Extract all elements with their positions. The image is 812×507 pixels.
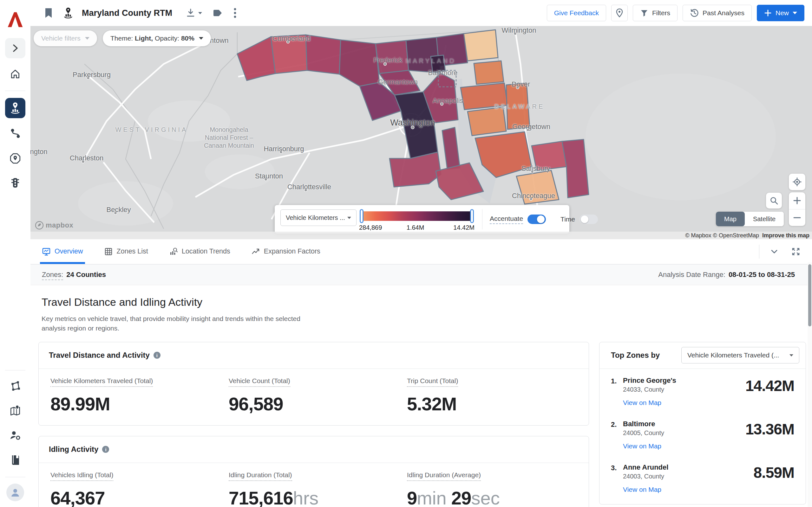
new-button[interactable]: New	[757, 5, 804, 21]
theme-opacity-pill[interactable]: Theme: Light, Opacity: 80%	[103, 31, 211, 46]
legend-metric-label: Vehicle Kilometers ...	[286, 214, 345, 222]
brand-logo[interactable]	[7, 9, 24, 30]
view-on-map-link[interactable]: View on Map	[623, 442, 661, 450]
attribution-text[interactable]: © Mapbox © OpenStreetMap	[685, 232, 759, 239]
sidebar-item-home[interactable]	[5, 65, 26, 83]
metric-trip-count: Trip Count (Total) 5.32M	[407, 377, 585, 414]
chart-search-icon	[169, 247, 178, 256]
give-feedback-button[interactable]: Give Feedback	[547, 5, 606, 21]
tab-expansion-factors[interactable]: Expansion Factors	[249, 239, 322, 264]
county-polygon[interactable]	[506, 83, 530, 129]
time-toggle[interactable]	[579, 215, 598, 224]
topbar-right: Give Feedback Filters	[547, 5, 804, 21]
map-style-map[interactable]: Map	[716, 212, 745, 226]
tab-overview[interactable]: Overview	[40, 239, 85, 264]
mapbox-logo[interactable]: mapbox	[35, 221, 73, 230]
metric-label[interactable]: Vehicles Idling (Total)	[50, 471, 113, 481]
county-polygon[interactable]	[474, 61, 504, 84]
locate-button[interactable]	[789, 174, 805, 190]
legend-min-value: 284,869	[359, 224, 382, 231]
county-polygon[interactable]	[375, 41, 409, 73]
filters-button[interactable]: Filters	[633, 5, 677, 21]
metric-label[interactable]: Idling Duration (Total)	[229, 471, 292, 481]
map-search-button[interactable]	[766, 193, 782, 209]
sidebar-item-traffic[interactable]	[5, 174, 26, 192]
county-polygon[interactable]	[431, 55, 445, 72]
theme-label: Theme: Light, Opacity: 80%	[110, 35, 194, 42]
analysis-info-bar: Zones:24 Counties Analysis Date Range:08…	[31, 265, 812, 285]
time-label: Time	[560, 216, 575, 223]
county-polygon[interactable]	[464, 30, 498, 61]
expand-panel-button[interactable]	[789, 245, 803, 258]
sidebar-item-map-explore[interactable]	[5, 401, 26, 420]
county-polygon[interactable]	[467, 107, 506, 135]
zoom-in-button[interactable]	[789, 192, 805, 210]
zone-item-3: 3. Anne Arundel 24003, County View on Ma…	[611, 463, 794, 493]
metric-label[interactable]: Trip Count (Total)	[407, 377, 458, 387]
user-avatar[interactable]	[6, 484, 24, 501]
idling-metrics-row: Vehicles Idling (Total) 64,367 Idling Du…	[39, 463, 589, 507]
metric-label[interactable]: Vehicle Count (Total)	[229, 377, 290, 387]
zone-rank: 1.	[611, 377, 623, 406]
legend-min-handle[interactable]	[360, 209, 363, 223]
travel-card-header: Travel Distance and Activity i	[39, 342, 589, 369]
sidebar-divider	[5, 91, 26, 91]
vertical-scrollbar[interactable]	[808, 262, 812, 507]
travel-metrics-row: Vehicle Kilometers Traveled (Total) 89.9…	[39, 369, 589, 425]
county-polygon[interactable]	[461, 83, 507, 110]
view-on-map-link[interactable]: View on Map	[623, 399, 661, 406]
tab-zones-list[interactable]: Zones List	[102, 239, 150, 264]
info-icon[interactable]: i	[102, 446, 109, 453]
polygon-draw-icon	[9, 380, 21, 392]
panel-tabs: Overview Zones List Location Trends	[31, 239, 812, 265]
tag-button[interactable]	[211, 7, 224, 19]
zone-name: Baltimore	[623, 420, 745, 428]
bookmark-button[interactable]	[43, 6, 55, 20]
vehicle-filters-pill[interactable]: Vehicle filters	[34, 31, 97, 46]
vehicle-filters-label: Vehicle filters	[41, 35, 81, 42]
sidebar-item-trips[interactable]	[5, 124, 26, 143]
zones-label[interactable]: Zones:	[42, 271, 63, 280]
accentuate-toggle[interactable]	[527, 215, 546, 224]
zoom-out-button[interactable]	[789, 210, 805, 226]
region-analysis-icon	[9, 102, 21, 114]
scrollbar-thumb[interactable]	[808, 264, 811, 326]
zone-name: Anne Arundel	[623, 463, 754, 471]
chevron-down-icon	[769, 246, 780, 257]
county-polygon[interactable]	[516, 170, 559, 204]
metric-label[interactable]: Idling Duration (Average)	[407, 471, 481, 481]
legend-max-handle[interactable]	[470, 209, 474, 223]
location-pin-button[interactable]	[611, 5, 628, 21]
overview-content: Travel Distance and Idling Activity Key …	[31, 285, 812, 507]
sidebar-item-rtm[interactable]	[5, 98, 26, 118]
metric-label[interactable]: Vehicle Kilometers Traveled (Total)	[50, 377, 153, 387]
more-options-button[interactable]	[232, 6, 238, 20]
county-polygon[interactable]	[306, 35, 341, 74]
info-icon[interactable]: i	[154, 352, 160, 359]
sidebar-item-admin[interactable]	[5, 426, 26, 445]
zone-item-1: 1. Prince George's 24033, County View on…	[611, 377, 794, 406]
home-icon	[9, 68, 21, 80]
map-canvas[interactable]: WilmingtonCumberlandMorgantownParkersbur…	[31, 26, 812, 239]
idling-card-title: Idling Activity	[49, 445, 98, 454]
sidebar-expand-button[interactable]	[5, 38, 26, 58]
route-icon	[9, 128, 21, 140]
accentuate-label[interactable]: Accentuate	[490, 215, 523, 224]
legend-metric-caret-icon	[347, 217, 351, 219]
download-button[interactable]	[184, 7, 203, 19]
legend-metric-dropdown[interactable]: Vehicle Kilometers ...	[281, 210, 357, 226]
view-on-map-link[interactable]: View on Map	[623, 486, 661, 493]
sidebar-item-docs[interactable]	[5, 451, 26, 469]
top-zones-metric-dropdown[interactable]: Vehicle Kilometers Traveled (...	[681, 347, 799, 363]
sidebar-item-zones[interactable]	[5, 149, 26, 168]
map-style-satellite[interactable]: Satellite	[745, 212, 784, 226]
zone-octagon-pin-icon	[9, 153, 21, 164]
person-icon	[10, 487, 20, 498]
county-polygon[interactable]	[531, 141, 566, 170]
sidebar-item-draw-zone[interactable]	[5, 377, 26, 395]
collapse-panel-button[interactable]	[768, 245, 781, 258]
metric-value: 5.32M	[407, 393, 585, 414]
past-analyses-button[interactable]: Past Analyses	[682, 5, 752, 21]
improve-map-link[interactable]: Improve this map	[762, 232, 809, 239]
tab-location-trends[interactable]: Location Trends	[167, 239, 232, 264]
